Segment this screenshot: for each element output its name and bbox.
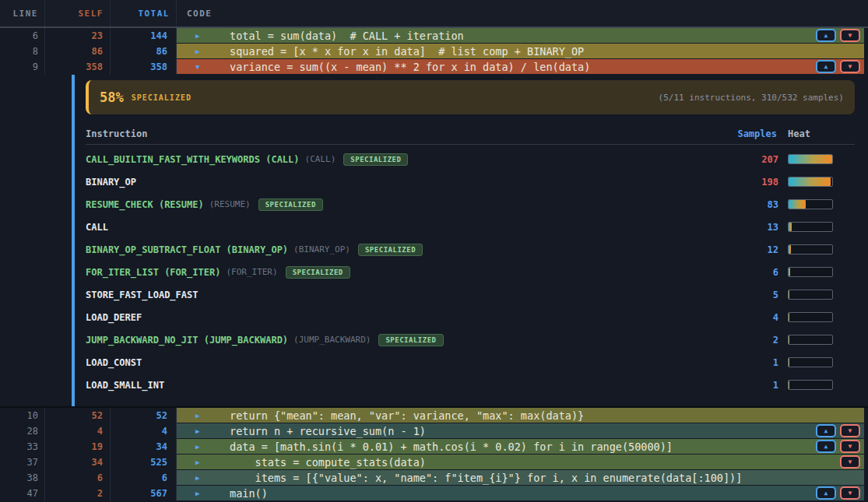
arrow-down-icon: ▼ xyxy=(849,427,852,434)
jump-down-button[interactable]: ▼ xyxy=(840,455,860,469)
instruction-row: JUMP_BACKWARD_NO_JIT (JUMP_BACKWARD)(JUM… xyxy=(86,328,855,351)
line-number: 28 xyxy=(0,423,45,439)
self-samples: 34 xyxy=(45,455,111,470)
arrow-up-icon: ▲ xyxy=(824,443,828,450)
code-row: 9358358▼variance = sum((x - mean) ** 2 f… xyxy=(0,59,868,75)
arrow-down-icon: ▼ xyxy=(849,458,852,465)
code-line[interactable]: ▼variance = sum((x - mean) ** 2 for x in… xyxy=(177,59,864,75)
expand-triangle-icon[interactable]: ▶ xyxy=(195,458,199,466)
code-rows-top: 623144▶total = sum(data) # CALL + iterat… xyxy=(0,28,868,75)
specialized-label: SPECIALIZED xyxy=(132,93,192,102)
table-header: LINE SELF TOTAL CODE xyxy=(0,0,868,28)
jump-down-button[interactable]: ▼ xyxy=(840,29,860,42)
row-nav-buttons: ▲▼ xyxy=(816,60,864,73)
code-row: 2844▶return n + recursive_sum(n - 1)▲▼ xyxy=(0,423,868,439)
expand-triangle-icon[interactable]: ▶ xyxy=(195,47,199,55)
heat-bar-fill xyxy=(789,200,806,209)
samples-count: 198 xyxy=(761,177,778,188)
instruction-name: FOR_ITER_LIST (FOR_ITER) xyxy=(86,267,220,278)
heat-bar-fill xyxy=(789,268,790,276)
expand-triangle-icon[interactable]: ▶ xyxy=(195,490,199,497)
samples-count: 12 xyxy=(768,244,778,255)
code-line[interactable]: ▶ stats = compute_stats(data)▼ xyxy=(177,455,864,470)
code-line[interactable]: ▶squared = [x * x for x in data] # list … xyxy=(177,44,864,59)
heat-bar xyxy=(788,199,833,209)
arrow-down-icon: ▼ xyxy=(849,63,852,70)
instruction-base-name: (FOR_ITER) xyxy=(226,267,277,277)
instruction-row: FOR_ITER_LIST (FOR_ITER)(FOR_ITER)SPECIA… xyxy=(86,261,855,283)
samples-count: 4 xyxy=(773,312,778,323)
samples-count: 1 xyxy=(773,380,778,391)
heat-bar xyxy=(788,357,833,367)
samples-count: 6 xyxy=(773,267,778,278)
expand-triangle-icon[interactable]: ▶ xyxy=(195,427,199,435)
total-samples: 34 xyxy=(111,439,177,455)
self-samples: 358 xyxy=(45,59,111,75)
jump-down-button[interactable]: ▼ xyxy=(840,60,860,73)
column-header-self: SELF xyxy=(45,0,111,26)
code-line[interactable]: ▶main()▲▼ xyxy=(177,486,864,501)
jump-up-button[interactable]: ▲ xyxy=(816,29,836,42)
instruction-name: BINARY_OP_SUBTRACT_FLOAT (BINARY_OP) xyxy=(86,244,288,255)
jump-down-button[interactable]: ▼ xyxy=(840,424,860,437)
self-samples: 6 xyxy=(45,470,111,486)
arrow-down-icon: ▼ xyxy=(849,443,852,450)
code-line[interactable]: ▶ items = [{"value": x, "name": f"item_{… xyxy=(177,470,864,486)
specialized-badge: SPECIALIZED xyxy=(378,334,443,346)
code-row: 3866▶ items = [{"value": x, "name": f"it… xyxy=(0,470,868,486)
heat-bar xyxy=(788,290,833,300)
samples-count: 207 xyxy=(761,154,778,165)
line-number: 8 xyxy=(0,44,45,59)
heat-bar-fill xyxy=(789,223,792,231)
total-samples: 6 xyxy=(111,470,177,486)
self-samples: 4 xyxy=(45,423,111,439)
specialized-badge: SPECIALIZED xyxy=(358,244,423,256)
jump-up-button[interactable]: ▲ xyxy=(816,424,836,437)
code-row: 623144▶total = sum(data) # CALL + iterat… xyxy=(0,28,868,44)
jump-up-button[interactable]: ▲ xyxy=(816,60,836,73)
instruction-row: LOAD_CONST1 xyxy=(86,351,855,374)
expanded-row-connector xyxy=(72,75,75,406)
heat-bar-fill xyxy=(789,177,831,186)
heat-bar-fill xyxy=(789,155,832,163)
instruction-name: BINARY_OP xyxy=(86,177,136,188)
line-number: 9 xyxy=(0,59,45,75)
code-line[interactable]: ▶data = [math.sin(i * 0.01) + math.cos(i… xyxy=(177,439,864,455)
expand-triangle-icon[interactable]: ▶ xyxy=(195,474,199,482)
code-line[interactable]: ▶return n + recursive_sum(n - 1)▲▼ xyxy=(177,423,864,439)
expand-triangle-icon[interactable]: ▶ xyxy=(195,443,199,451)
samples-count: 13 xyxy=(768,222,778,233)
self-samples: 86 xyxy=(45,44,111,59)
row-nav-buttons: ▼ xyxy=(840,455,864,469)
self-samples: 19 xyxy=(45,439,111,455)
heat-bar xyxy=(788,267,833,277)
collapse-triangle-icon[interactable]: ▼ xyxy=(195,63,199,71)
instruction-base-name: (CALL) xyxy=(305,154,336,164)
instruction-base-name: (BINARY_OP) xyxy=(293,244,350,255)
heat-bar-fill xyxy=(789,245,791,254)
jump-up-button[interactable]: ▲ xyxy=(816,486,836,500)
heat-bar-fill xyxy=(789,335,789,344)
code-row: 105252▶return {"mean": mean, "var": vari… xyxy=(0,408,868,423)
instruction-name: LOAD_DEREF xyxy=(86,312,142,323)
specialized-badge: SPECIALIZED xyxy=(343,153,408,166)
arrow-up-icon: ▲ xyxy=(824,490,828,497)
heat-bar-fill xyxy=(789,381,789,389)
instruction-row: CALL_BUILTIN_FAST_WITH_KEYWORDS (CALL)(C… xyxy=(86,148,855,170)
code-row: 88686▶squared = [x * x for x in data] # … xyxy=(0,44,868,59)
line-number: 6 xyxy=(0,28,45,44)
instruction-row: RESUME_CHECK (RESUME)(RESUME)SPECIALIZED… xyxy=(86,193,855,216)
expand-triangle-icon[interactable]: ▶ xyxy=(195,32,199,40)
code-row: 472567▶main()▲▼ xyxy=(0,486,868,501)
arrow-up-icon: ▲ xyxy=(824,427,828,434)
expand-triangle-icon[interactable]: ▶ xyxy=(195,412,199,420)
jump-up-button[interactable]: ▲ xyxy=(816,440,836,453)
code-line[interactable]: ▶return {"mean": mean, "var": variance, … xyxy=(177,408,864,423)
code-line[interactable]: ▶total = sum(data) # CALL + iteration▲▼ xyxy=(177,28,864,44)
total-samples: 567 xyxy=(111,486,177,501)
total-samples: 144 xyxy=(111,28,177,44)
jump-down-button[interactable]: ▼ xyxy=(840,486,860,500)
jump-down-button[interactable]: ▼ xyxy=(840,440,860,453)
instruction-row: LOAD_SMALL_INT1 xyxy=(86,374,855,396)
column-header-samples[interactable]: Samples xyxy=(737,128,777,139)
